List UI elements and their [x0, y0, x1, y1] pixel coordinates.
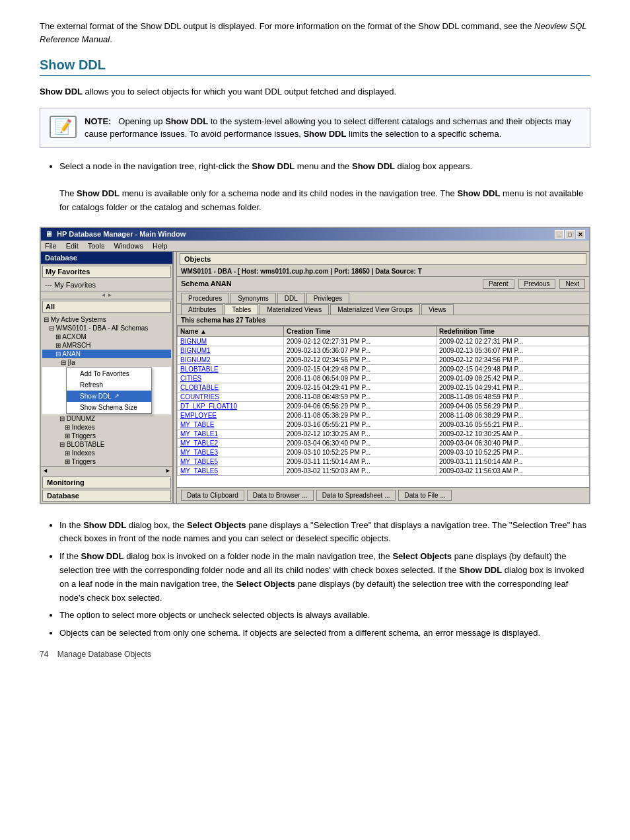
table-cell-name[interactable]: CLOBTABLE — [178, 383, 284, 392]
table-cell-name[interactable]: MY_TABLE5 — [178, 457, 284, 466]
ctx-show-schema-size[interactable]: Show Schema Size — [67, 402, 151, 413]
page-number: 74 — [40, 650, 48, 659]
tab-views[interactable]: Views — [421, 304, 454, 315]
tree-anan-child1[interactable]: ⊟ [Ia — [42, 358, 171, 367]
maximize-button[interactable]: □ — [565, 230, 575, 239]
table-row[interactable]: MY_TABLE32009-03-10 10:52:25 PM P...2009… — [178, 447, 589, 457]
table-cell-name[interactable]: COUNTRIES — [178, 392, 284, 401]
table-cell-name[interactable]: BLOBTABLE — [178, 364, 284, 373]
table-cell-name[interactable]: MY_TABLE — [178, 420, 284, 429]
menu-tools[interactable]: Tools — [88, 242, 105, 250]
bullets-list: Select a node in the navigation tree, ri… — [59, 160, 590, 215]
table-row[interactable]: MY_TABLE2009-03-16 05:55:21 PM P...2009-… — [178, 420, 589, 429]
table-cell-creation: 2009-04-06 05:56:29 PM P... — [284, 401, 437, 410]
table-cell-name[interactable]: MY_TABLE6 — [178, 466, 284, 475]
menu-help[interactable]: Help — [153, 242, 168, 250]
tree-anan[interactable]: ⊟ ANAN — [42, 350, 171, 358]
col-header-creation[interactable]: Creation Time — [284, 326, 437, 336]
menu-edit[interactable]: Edit — [66, 242, 79, 250]
table-cell-creation: 2008-11-08 06:48:59 PM P... — [284, 392, 437, 401]
schema-count: This schema has 27 Tables — [177, 315, 589, 326]
tab-procedures[interactable]: Procedures — [181, 293, 229, 303]
table-cell-creation: 2009-02-15 04:29:48 PM P... — [284, 364, 437, 373]
minimize-button[interactable]: _ — [555, 230, 564, 239]
table-cell-name[interactable]: BIGNUM2 — [178, 355, 284, 364]
btn-browser[interactable]: Data to Browser ... — [247, 490, 314, 501]
table-cell-name[interactable]: BIGNUM — [178, 336, 284, 346]
table-row[interactable]: MY_TABLE62009-03-02 11:50:03 AM P...2009… — [178, 466, 589, 475]
note-content: NOTE: Opening up Show DDL to the system-… — [85, 115, 580, 141]
table-cell-name[interactable]: MY_TABLE3 — [178, 447, 284, 457]
tab-materialized-views[interactable]: Materialized Views — [260, 304, 329, 315]
table-cell-name[interactable]: MY_TABLE2 — [178, 438, 284, 447]
table-row[interactable]: MY_TABLE52009-03-11 11:50:14 AM P...2009… — [178, 457, 589, 466]
table-row[interactable]: BIGNUM12009-02-13 05:36:07 PM P...2009-0… — [178, 346, 589, 355]
favorites-item[interactable]: --- My Favorites — [44, 280, 170, 289]
intro-paragraph: The external format of the Show DDL outp… — [40, 20, 590, 46]
tree-acxom[interactable]: ⊞ ACXOM — [42, 332, 171, 341]
col-header-name[interactable]: Name ▲ — [178, 326, 284, 336]
tree-triggers-2[interactable]: ⊞ Triggers — [42, 457, 171, 466]
tab-materialized-view-groups[interactable]: Materialized View Groups — [330, 304, 420, 315]
horizontal-scrollbar[interactable]: ◄► — [41, 466, 172, 475]
tab-tables[interactable]: Tables — [225, 304, 258, 315]
table-cell-name[interactable]: EMPLOYEE — [178, 410, 284, 420]
table-cell-name[interactable]: MY_TABLE1 — [178, 429, 284, 438]
favorites-tree: --- My Favorites — [41, 279, 172, 291]
tab-synonyms[interactable]: Synonyms — [230, 293, 276, 303]
parent-button[interactable]: Parent — [483, 279, 514, 289]
tab-attributes[interactable]: Attributes — [181, 304, 223, 315]
close-button[interactable]: ✕ — [576, 230, 585, 239]
table-cell-name[interactable]: DT_LKP_FLOAT10 — [178, 401, 284, 410]
note-label: NOTE: — [85, 116, 111, 126]
database-label[interactable]: Database — [42, 490, 171, 502]
table-cell-creation: 2009-02-12 02:34:56 PM P... — [284, 355, 437, 364]
btn-file[interactable]: Data to File ... — [398, 490, 451, 501]
tree-amrsch[interactable]: ⊞ AMRSCH — [42, 341, 171, 350]
navigation-tree: ⊟ My Active Systems ⊟ WMS0101 - DBA - Al… — [41, 314, 172, 466]
ctx-add-favorites[interactable]: Add To Favorites — [67, 368, 151, 379]
menu-file[interactable]: File — [45, 242, 57, 250]
table-row[interactable]: BIGNUM2009-02-12 02:27:31 PM P...2009-02… — [178, 336, 589, 346]
table-cell-creation: 2009-03-04 06:30:40 PM P... — [284, 438, 437, 447]
next-button[interactable]: Next — [559, 279, 585, 289]
title-bar-buttons[interactable]: _ □ ✕ — [555, 230, 585, 239]
tree-indexes-2[interactable]: ⊞ Indexes — [42, 449, 171, 457]
table-cell-redefinition: 2009-02-15 04:29:48 PM P... — [437, 364, 589, 373]
ctx-show-ddl[interactable]: Show DDL ↗ — [67, 391, 151, 402]
table-cell-redefinition: 2009-02-13 05:36:07 PM P... — [437, 346, 589, 355]
table-row[interactable]: CITIES2008-11-08 06:54:09 PM P...2009-01… — [178, 373, 589, 383]
menu-windows[interactable]: Windows — [114, 242, 143, 250]
btn-clipboard[interactable]: Data to Clipboard — [181, 490, 244, 501]
col-header-redefinition[interactable]: Redefinition Time — [437, 326, 589, 336]
monitoring-label[interactable]: Monitoring — [42, 477, 171, 488]
tree-active-systems[interactable]: ⊟ My Active Systems — [42, 315, 171, 324]
table-cell-name[interactable]: BIGNUM1 — [178, 346, 284, 355]
tab-privileges[interactable]: Privileges — [306, 293, 349, 303]
table-cell-redefinition: 2009-02-12 10:30:25 AM P... — [437, 429, 589, 438]
btn-spreadsheet[interactable]: Data to Spreadsheet ... — [316, 490, 396, 501]
table-row[interactable]: DT_LKP_FLOAT102009-04-06 05:56:29 PM P..… — [178, 401, 589, 410]
tree-wms0101[interactable]: ⊟ WMS0101 - DBA - All Schemas — [42, 324, 171, 332]
tree-blobtable[interactable]: ⊟ BLOBTABLE — [42, 440, 171, 449]
ctx-refresh[interactable]: Refresh — [67, 379, 151, 391]
tree-triggers-1[interactable]: ⊞ Triggers — [42, 432, 171, 440]
sidebar-bottom: Monitoring Database — [41, 475, 172, 503]
tab-ddl[interactable]: DDL — [277, 293, 305, 303]
tree-dunumz[interactable]: ⊟ DUNUMZ — [42, 414, 171, 423]
table-row[interactable]: BLOBTABLE2009-02-15 04:29:48 PM P...2009… — [178, 364, 589, 373]
table-cell-name[interactable]: CITIES — [178, 373, 284, 383]
table-cell-redefinition: 2009-04-06 05:56:29 PM P... — [437, 401, 589, 410]
table-row[interactable]: EMPLOYEE2008-11-08 05:38:29 PM P...2008-… — [178, 410, 589, 420]
table-row[interactable]: CLOBTABLE2009-02-15 04:29:41 PM P...2009… — [178, 383, 589, 392]
note-box: 📝 NOTE: Opening up Show DDL to the syste… — [40, 108, 590, 148]
table-row[interactable]: COUNTRIES2008-11-08 06:48:59 PM P...2008… — [178, 392, 589, 401]
table-cell-creation: 2008-11-08 05:38:29 PM P... — [284, 410, 437, 420]
table-cell-redefinition: 2009-02-15 04:29:41 PM P... — [437, 383, 589, 392]
table-row[interactable]: MY_TABLE12009-02-12 10:30:25 AM P...2009… — [178, 429, 589, 438]
table-cell-redefinition: 2009-01-09 08:25:42 PM P... — [437, 373, 589, 383]
tree-indexes-1[interactable]: ⊞ Indexes — [42, 423, 171, 432]
table-row[interactable]: MY_TABLE22009-03-04 06:30:40 PM P...2009… — [178, 438, 589, 447]
previous-button[interactable]: Previous — [518, 279, 556, 289]
table-row[interactable]: BIGNUM22009-02-12 02:34:56 PM P...2009-0… — [178, 355, 589, 364]
